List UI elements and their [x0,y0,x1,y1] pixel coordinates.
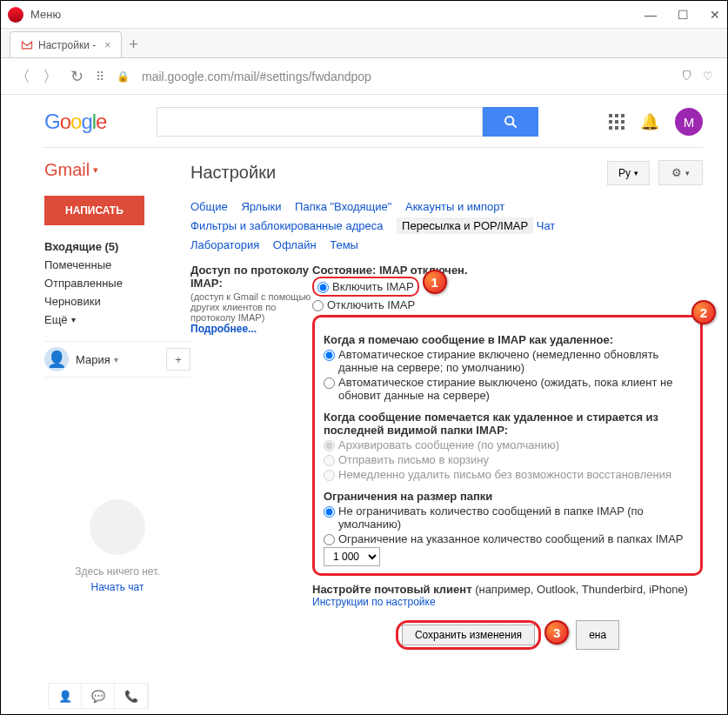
google-logo: Google [44,110,106,134]
tab-chat[interactable]: Чат [537,219,556,232]
speed-dial-icon[interactable]: ⠿ [96,70,104,84]
contacts-icon[interactable]: 👤 [49,684,82,708]
archive-radio[interactable] [324,440,335,451]
enable-imap-label[interactable]: Включить IMAP [332,280,414,293]
phone-icon[interactable]: 📞 [115,684,148,708]
hangouts-icon[interactable]: 💬 [82,684,115,708]
callout-1: 1 [423,270,447,294]
user-avatar-icon: 👤 [44,347,69,371]
folder-inbox[interactable]: Входящие (5) [44,237,190,256]
bookmark-icon[interactable]: ♡ [703,70,713,83]
tab-labels[interactable]: Ярлыки [241,200,281,213]
close-button[interactable]: ✕ [710,8,720,22]
reload-button[interactable]: ↻ [70,67,83,86]
enable-imap-radio[interactable] [317,282,329,293]
delete-radio[interactable] [324,470,335,481]
address-bar[interactable]: mail.google.com/mail/#settings/fwdandpop [142,70,669,84]
gmail-logo[interactable]: Gmail ▾ [44,160,190,180]
tab-accounts[interactable]: Аккаунты и импорт [405,200,504,213]
delete-heading: Когда я помечаю сообщение в IMAP как уда… [324,333,691,346]
apps-icon[interactable] [609,114,624,130]
notifications-icon[interactable]: 🔔 [640,112,659,131]
chevron-down-icon: ▾ [685,169,690,177]
browser-tab[interactable]: Настройки - × [10,31,122,57]
imap-section-label: Доступ по протоколу IMAP: (доступ к Gmai… [190,264,312,650]
tab-themes[interactable]: Темы [330,238,358,251]
chevron-down-icon: ▾ [634,169,638,177]
settings-gear-button[interactable]: ⚙ ▾ [658,160,703,185]
user-name[interactable]: Мария [76,353,110,366]
page-title: Настройки [190,163,276,183]
language-button[interactable]: Ру ▾ [607,161,650,185]
disable-imap-label[interactable]: Отключить IMAP [327,298,703,311]
limit-heading: Ограничения на размер папки [324,490,691,503]
tab-labs[interactable]: Лаборатория [190,238,259,251]
svg-line-1 [512,124,517,128]
settings-tabs: Общие Ярлыки Папка "Входящие" Аккаунты и… [190,197,703,255]
folder-sent[interactable]: Отправленные [44,274,190,292]
no-limit-radio[interactable] [324,506,335,518]
new-tab-button[interactable]: + [129,36,138,57]
cancel-button[interactable]: ена [576,620,619,650]
auto-expunge-off-radio[interactable] [324,378,335,389]
gear-icon: ⚙ [671,166,682,179]
folder-more[interactable]: Ещё ▾ [44,311,190,329]
disable-imap-radio[interactable] [312,300,324,311]
tab-forwarding[interactable]: Пересылка и POP/IMAP [397,217,533,234]
chevron-down-icon: ▾ [71,315,76,324]
avatar[interactable]: M [675,108,703,136]
lock-icon: 🔒 [117,70,130,83]
search-input[interactable] [157,107,483,137]
tab-close-button[interactable]: × [104,39,110,51]
callout-2: 2 [691,300,716,324]
minimize-button[interactable]: — [645,8,657,22]
client-heading: Настройте почтовый клиент [312,583,472,596]
chevron-down-icon: ▾ [114,355,118,364]
tab-inbox[interactable]: Папка "Входящие" [295,200,391,213]
search-icon [504,115,518,129]
folder-drafts[interactable]: Черновики [44,292,190,311]
search-button[interactable] [483,107,538,137]
tab-title: Настройки - [38,39,96,51]
compose-button[interactable]: НАПИСАТЬ [44,196,144,225]
learn-more-link[interactable]: Подробнее... [190,323,312,335]
add-contact-button[interactable]: + [166,348,190,371]
callout-3: 3 [544,620,569,645]
expunge-heading: Когда сообщение помечается как удаленное… [324,411,691,437]
back-button[interactable]: 〈 [15,66,30,87]
menu-label[interactable]: Меню [30,8,61,21]
chevron-down-icon: ▾ [93,164,98,176]
tab-offline[interactable]: Офлайн [273,238,317,251]
auto-expunge-on-radio[interactable] [324,350,335,361]
folder-starred[interactable]: Помеченные [44,256,190,274]
imap-status: Состояние: IMAP отключен. [312,264,703,277]
shield-icon[interactable]: ⛉ [681,70,692,83]
hangouts-empty: Здесь ничего нет. Начать чат [44,499,190,593]
trash-radio[interactable] [324,455,335,466]
hangouts-placeholder-icon [90,499,145,555]
tab-general[interactable]: Общие [190,200,228,213]
gmail-favicon [21,41,33,50]
svg-point-0 [505,117,513,124]
save-button[interactable]: Сохранить изменения [402,625,535,645]
forward-button[interactable]: 〉 [43,66,58,87]
opera-logo [8,7,23,23]
maximize-button[interactable]: ☐ [678,8,689,22]
start-chat-link[interactable]: Начать чат [44,581,190,593]
instructions-link[interactable]: Инструкции по настройке [312,596,703,608]
url-text: mail.google.com/mail/#settings/fwdandpop [142,70,371,84]
limit-radio[interactable] [324,534,335,545]
limit-select[interactable]: 1 000 [324,547,380,566]
tab-filters[interactable]: Фильтры и заблокированные адреса [190,219,383,232]
